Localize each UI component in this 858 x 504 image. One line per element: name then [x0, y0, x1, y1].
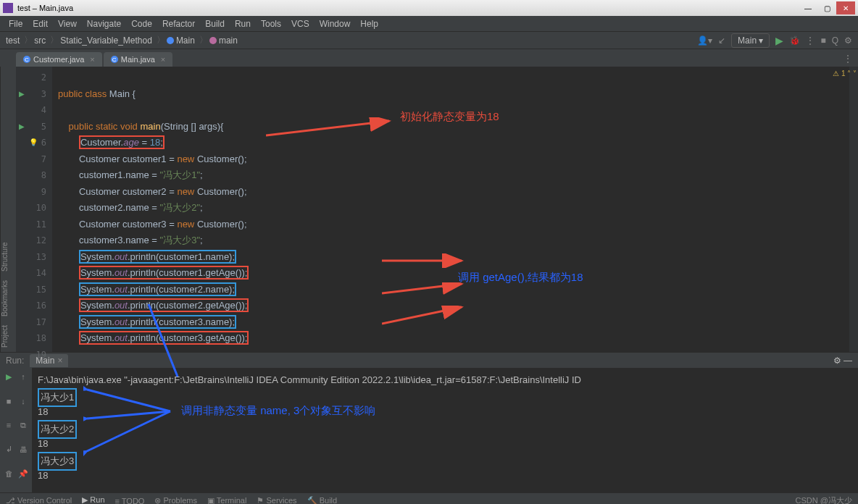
warning-badge[interactable]: ⚠ 1 ˄ ˅: [833, 70, 857, 77]
close-icon[interactable]: ×: [161, 55, 165, 64]
menu-bar: File Edit View Navigate Code Refactor Bu…: [0, 16, 858, 32]
search-icon[interactable]: Q: [832, 35, 838, 46]
print-icon[interactable]: 🖶: [17, 444, 29, 455]
up-icon[interactable]: ↑: [17, 371, 29, 382]
code-area[interactable]: ⚠ 1 ˄ ˅ public class Main { public stati…: [52, 67, 858, 352]
watermark: CSDN @冯大少: [796, 495, 852, 504]
menu-edit[interactable]: Edit: [28, 17, 52, 30]
window-title: test – Main.java: [17, 4, 73, 12]
run-button[interactable]: ▶: [775, 35, 783, 46]
menu-view[interactable]: View: [54, 17, 81, 30]
close-icon[interactable]: ×: [90, 55, 94, 64]
stop-icon[interactable]: ■: [3, 395, 14, 407]
bottom-run[interactable]: ▶ Run: [82, 495, 104, 504]
bottom-services[interactable]: ⚑ Services: [257, 496, 296, 504]
menu-vcs[interactable]: VCS: [287, 17, 314, 30]
build-icon[interactable]: ↙: [718, 35, 725, 46]
breadcrumb[interactable]: test: [6, 35, 20, 46]
breadcrumb[interactable]: Static_Variable_Method: [60, 35, 152, 46]
hint-icon[interactable]: 💡: [29, 135, 38, 151]
menu-navigate[interactable]: Navigate: [83, 17, 125, 30]
console-line: F:\Java\bin\java.exe "-javaagent:F:\JetB…: [38, 372, 852, 388]
tab-customer[interactable]: CCustomer.java×: [16, 52, 102, 67]
left-tool-strip: Project Bookmarks Structure: [0, 67, 16, 352]
pin-icon[interactable]: 📌: [17, 468, 29, 479]
settings-icon[interactable]: ⚙: [844, 35, 852, 46]
method-icon: [209, 37, 217, 44]
menu-build[interactable]: Build: [201, 17, 229, 30]
soft-wrap-icon[interactable]: ↲: [3, 444, 14, 455]
java-class-icon: C: [23, 56, 30, 63]
menu-code[interactable]: Code: [127, 17, 157, 30]
breadcrumb[interactable]: src: [34, 35, 46, 46]
console: ▶ ↑ ■ ↓ ≡ ⧉ ↲ 🖶 🗑 📌 F:\Java\bin\java.exe…: [0, 368, 858, 492]
chevron-right-icon: 〉: [199, 34, 208, 46]
layout-icon[interactable]: ⧉: [17, 419, 29, 431]
menu-help[interactable]: Help: [356, 17, 383, 30]
error-stripe[interactable]: [849, 67, 858, 352]
console-line: 18: [38, 436, 852, 452]
bottom-build[interactable]: 🔨 Build: [307, 496, 338, 504]
filter-icon[interactable]: ≡: [3, 419, 14, 431]
breadcrumb[interactable]: main: [219, 35, 238, 46]
menu-tools[interactable]: Tools: [257, 17, 286, 30]
structure-tool[interactable]: Structure: [1, 242, 16, 272]
bottom-todo[interactable]: ≡ TODO: [115, 497, 145, 505]
menu-window[interactable]: Window: [315, 17, 355, 30]
debug-button[interactable]: 🐞: [789, 35, 800, 46]
console-toolbar: ▶ ↑ ■ ↓ ≡ ⧉ ↲ 🖶 🗑 📌: [0, 368, 32, 492]
close-button[interactable]: ✕: [836, 1, 855, 14]
bottom-problems[interactable]: ⊗ Problems: [154, 496, 197, 504]
console-line: 18: [38, 404, 852, 420]
run-toolwindow-bar: Run: Main× ⚙ —: [0, 352, 858, 368]
tab-main[interactable]: CMain.java×: [104, 52, 173, 67]
app-icon: [3, 3, 13, 13]
breadcrumb[interactable]: Main: [176, 35, 195, 46]
run-gutter-icon[interactable]: ▶: [19, 86, 25, 103]
class-icon: [167, 37, 174, 44]
stop-button[interactable]: ■: [820, 35, 825, 46]
trash-icon[interactable]: 🗑: [3, 468, 14, 479]
run-gutter-icon[interactable]: ▶: [19, 119, 25, 135]
menu-file[interactable]: File: [4, 17, 27, 30]
rerun-icon[interactable]: ▶: [3, 371, 14, 382]
run-config-selector[interactable]: Main ▾: [731, 33, 770, 48]
window-titlebar: test – Main.java — ▢ ✕: [0, 0, 858, 16]
gutter[interactable]: 2 ▶3 4 ▶5 💡6 78910 11121314 1516171819: [16, 67, 52, 352]
bottom-terminal[interactable]: ▣ Terminal: [207, 496, 246, 504]
console-line: 18: [38, 468, 852, 484]
bookmarks-tool[interactable]: Bookmarks: [1, 280, 16, 316]
project-tool[interactable]: Project: [1, 325, 16, 348]
menu-run[interactable]: Run: [230, 17, 255, 30]
chevron-right-icon: 〉: [24, 34, 33, 46]
editor-tabs: CCustomer.java× CMain.java× ⋮: [0, 49, 858, 67]
tab-more-icon[interactable]: ⋮: [838, 51, 858, 67]
more-actions-icon[interactable]: ⋮: [806, 35, 815, 46]
user-add-icon[interactable]: 👤▾: [697, 35, 712, 46]
maximize-button[interactable]: ▢: [817, 1, 836, 14]
nav-toolbar: test〉 src〉 Static_Variable_Method〉 Main〉…: [0, 32, 858, 49]
minimize-button[interactable]: —: [799, 1, 817, 14]
chevron-right-icon: 〉: [157, 34, 165, 46]
gear-icon[interactable]: ⚙ —: [833, 356, 852, 366]
down-icon[interactable]: ↓: [17, 395, 29, 407]
chevron-right-icon: 〉: [50, 34, 59, 46]
java-class-icon: C: [111, 56, 118, 63]
bottom-version-control[interactable]: ⎇ Version Control: [6, 496, 72, 504]
bottom-toolbar: ⎇ Version Control ▶ Run ≡ TODO ⊗ Problem…: [0, 492, 858, 504]
close-icon[interactable]: ×: [57, 356, 62, 366]
console-output[interactable]: F:\Java\bin\java.exe "-javaagent:F:\JetB…: [32, 368, 858, 492]
menu-refactor[interactable]: Refactor: [158, 17, 199, 30]
editor: Project Bookmarks Structure 2 ▶3 4 ▶5 💡6…: [0, 67, 858, 352]
